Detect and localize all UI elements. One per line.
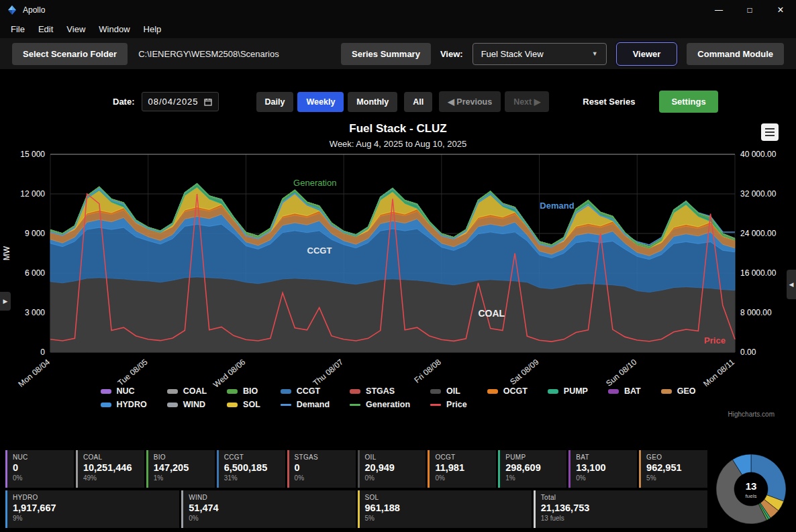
svg-text:Sat 08/09: Sat 08/09 bbox=[508, 357, 541, 386]
stat-name: WIND bbox=[189, 494, 350, 501]
legend-item-geo[interactable]: GEO bbox=[661, 386, 696, 396]
app-logo-icon bbox=[7, 5, 17, 15]
svg-text:CCGT: CCGT bbox=[307, 246, 332, 256]
legend-label: HYDRO bbox=[117, 400, 147, 409]
stat-value: 0 bbox=[295, 462, 350, 473]
legend-item-generation[interactable]: Generation bbox=[350, 400, 410, 409]
stat-name: BAT bbox=[576, 454, 632, 461]
menu-window[interactable]: Window bbox=[92, 21, 136, 37]
stat-sub: 5% bbox=[646, 474, 702, 482]
legend-item-wind[interactable]: WIND bbox=[167, 400, 207, 409]
menu-help[interactable]: Help bbox=[137, 21, 168, 37]
legend-label: OIL bbox=[446, 386, 460, 396]
monthly-button[interactable]: Monthly bbox=[348, 92, 397, 112]
svg-text:Tue 08/05: Tue 08/05 bbox=[116, 357, 150, 387]
fuel-mix-pie-chart: 13fuels bbox=[713, 451, 789, 527]
stat-value: 20,949 bbox=[365, 462, 421, 473]
svg-text:8 000.00: 8 000.00 bbox=[740, 308, 772, 317]
svg-text:32 000.00: 32 000.00 bbox=[740, 189, 777, 199]
previous-button[interactable]: ◀ Previous bbox=[439, 91, 501, 112]
view-select-value: Fuel Stack View bbox=[481, 49, 544, 59]
maximize-button[interactable]: □ bbox=[734, 0, 765, 20]
legend-marker bbox=[281, 389, 291, 394]
stat-name: CCGT bbox=[224, 454, 280, 461]
legend-item-bat[interactable]: BAT bbox=[608, 386, 641, 396]
stat-sub: 5% bbox=[365, 515, 526, 522]
stat-card-stgas: STGAS00% bbox=[287, 450, 356, 488]
reset-series-button[interactable]: Reset Series bbox=[579, 96, 639, 107]
legend-label: WIND bbox=[183, 400, 205, 409]
stat-card-sol: SOL961,1885% bbox=[358, 490, 532, 528]
legend-marker bbox=[430, 389, 441, 394]
legend-item-ccgt[interactable]: CCGT bbox=[281, 386, 330, 396]
legend-label: CCGT bbox=[297, 386, 320, 396]
stat-value: 0 bbox=[13, 462, 68, 473]
legend-item-ocgt[interactable]: OCGT bbox=[487, 386, 528, 396]
titlebar: Apollo — □ × bbox=[0, 0, 796, 20]
left-panel-toggle[interactable]: ▶ bbox=[0, 292, 11, 311]
legend-item-demand[interactable]: Demand bbox=[281, 400, 330, 409]
stat-value: 962,951 bbox=[646, 462, 702, 473]
legend-item-price[interactable]: Price bbox=[430, 400, 467, 409]
stat-name: GEO bbox=[646, 454, 702, 461]
weekly-button[interactable]: Weekly bbox=[297, 92, 344, 112]
legend-marker bbox=[281, 404, 291, 406]
stat-card-ccgt: CCGT6,500,18531% bbox=[217, 450, 285, 488]
stat-value: 51,474 bbox=[189, 502, 350, 513]
legend-marker bbox=[350, 404, 360, 406]
legend-marker bbox=[430, 404, 441, 406]
window-controls: — □ × bbox=[703, 0, 796, 20]
viewer-button[interactable]: Viewer bbox=[616, 42, 678, 66]
legend-item-bio[interactable]: BIO bbox=[227, 386, 260, 396]
select-scenario-folder-button[interactable]: Select Scenario Folder bbox=[12, 43, 128, 65]
legend-label: SOL bbox=[243, 400, 260, 409]
legend-marker bbox=[167, 403, 178, 407]
chart-menu-button[interactable] bbox=[761, 123, 779, 141]
fuel-stack-chart[interactable]: Fuel Stack - CLUZ Week: Aug 4, 2025 to A… bbox=[0, 122, 796, 418]
stat-name: STGAS bbox=[295, 454, 350, 461]
legend-label: NUC bbox=[117, 386, 135, 396]
minimize-button[interactable]: — bbox=[703, 0, 734, 20]
right-panel-toggle[interactable]: ◀ bbox=[787, 270, 796, 299]
stat-card-ocgt: OCGT11,9810% bbox=[428, 450, 496, 488]
legend-item-pump[interactable]: PUMP bbox=[548, 386, 588, 396]
chart-canvas[interactable]: 00.003 0008 000.006 00016 000.009 00024 … bbox=[0, 150, 796, 397]
legend-item-coal[interactable]: COAL bbox=[167, 386, 207, 396]
view-select[interactable]: Fuel Stack View ▼ bbox=[472, 43, 607, 65]
stat-card-wind: WIND51,4740% bbox=[181, 490, 355, 528]
legend-item-hydro[interactable]: HYDRO bbox=[101, 400, 147, 409]
date-input[interactable]: 08/04/2025 bbox=[142, 92, 219, 111]
legend-item-sol[interactable]: SOL bbox=[227, 400, 260, 409]
menu-view[interactable]: View bbox=[60, 21, 92, 37]
legend-marker bbox=[548, 389, 558, 394]
legend-label: GEO bbox=[677, 386, 696, 396]
svg-text:6 000: 6 000 bbox=[25, 268, 45, 278]
stat-name: SOL bbox=[365, 494, 526, 501]
series-summary-button[interactable]: Series Summary bbox=[341, 43, 431, 65]
svg-text:24 000.00: 24 000.00 bbox=[740, 229, 777, 238]
menu-file[interactable]: File bbox=[4, 21, 32, 37]
legend-item-stgas[interactable]: STGAS bbox=[350, 386, 410, 396]
legend-item-oil[interactable]: OIL bbox=[430, 386, 467, 396]
stat-value: 1,917,667 bbox=[13, 502, 174, 513]
highcharts-credit: Highcharts.com bbox=[0, 411, 775, 418]
legend-item-nuc[interactable]: NUC bbox=[101, 386, 147, 396]
next-button[interactable]: Next ▶ bbox=[505, 91, 549, 112]
stat-value: 6,500,185 bbox=[224, 462, 280, 473]
app-title: Apollo bbox=[23, 5, 45, 15]
close-button[interactable]: × bbox=[765, 0, 796, 20]
settings-button[interactable]: Settings bbox=[659, 91, 717, 113]
stat-name: HYDRO bbox=[13, 494, 174, 501]
legend-marker bbox=[167, 389, 178, 394]
stat-card-geo: GEO962,9515% bbox=[639, 450, 707, 488]
all-button[interactable]: All bbox=[404, 92, 432, 112]
scenario-path: C:\IENERGY\WESM2508\Scenarios bbox=[138, 49, 279, 59]
stat-card-bio: BIO147,2051% bbox=[146, 450, 215, 488]
daily-button[interactable]: Daily bbox=[256, 92, 294, 112]
menu-edit[interactable]: Edit bbox=[32, 21, 60, 37]
chart-controls: Date: 08/04/2025 Daily Weekly Monthly Al… bbox=[11, 91, 785, 113]
stat-sub: 13 fuels bbox=[541, 515, 702, 522]
chevron-down-icon: ▼ bbox=[592, 50, 598, 57]
stat-sub: 31% bbox=[224, 474, 280, 482]
command-module-button[interactable]: Command Module bbox=[687, 43, 784, 65]
